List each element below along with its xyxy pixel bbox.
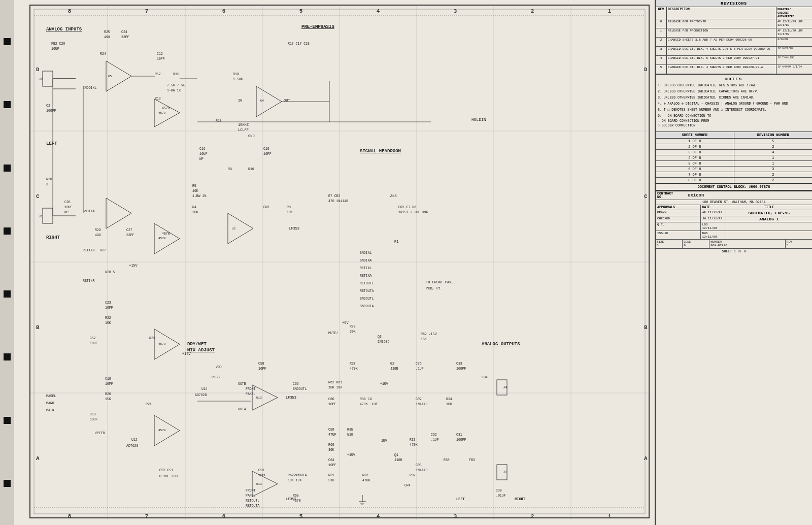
revision-row-0: 0 RELEASE FOR PROTOTYPE AF 12/11/89 LDR … bbox=[656, 19, 812, 28]
svg-text:10PF: 10PF bbox=[157, 57, 165, 61]
revision-row-3: 3 CHANGED DOC.CTL BLK. 4 SHEETS 2,6 & 5 … bbox=[656, 47, 812, 56]
svg-text:RETINR: RETINR bbox=[83, 249, 95, 252]
svg-text:RETINR: RETINR bbox=[83, 279, 95, 283]
svg-text:FB3: FB3 bbox=[469, 458, 475, 462]
svg-text:D: D bbox=[644, 67, 648, 73]
svg-text:CR5: CR5 bbox=[416, 464, 422, 467]
sheet-row-7: 7 OF 8 2 bbox=[656, 172, 812, 178]
margin-square-7 bbox=[4, 417, 11, 424]
svg-text:10UF: 10UF bbox=[51, 47, 59, 51]
svg-text:33PF: 33PF bbox=[121, 36, 129, 39]
svg-text:IN: IN bbox=[238, 99, 242, 103]
svg-text:+15V: +15V bbox=[347, 453, 355, 457]
note-4: 4. ⊕ ANALOG ⊗ DIGITAL → CHASSIS | ANALOG… bbox=[658, 102, 810, 106]
svg-text:499: 499 bbox=[104, 36, 110, 39]
revision-header: REVISIONS bbox=[656, 0, 812, 7]
svg-text:470K   .1UF: 470K .1UF bbox=[360, 403, 378, 406]
svg-text:GND: GND bbox=[248, 134, 255, 138]
svg-text:RETINA: RETINA bbox=[360, 274, 372, 278]
svg-text:C52   C51: C52 C51 bbox=[159, 469, 173, 472]
doc-control-header: DOCUMENT CONTROL BLOCK: #060-07876 bbox=[656, 184, 812, 190]
svg-text:8: 8 bbox=[68, 513, 72, 519]
svg-text:10K  10K: 10K 10K bbox=[328, 386, 342, 389]
svg-text:100PF: 100PF bbox=[46, 109, 56, 113]
svg-text:Q3: Q3 bbox=[378, 335, 382, 339]
svg-text:OUTB: OUTB bbox=[238, 382, 246, 386]
svg-text:FB2  C29: FB2 C29 bbox=[51, 42, 65, 46]
approvals-header-row: APPROVALS DATE TITLE bbox=[656, 205, 812, 210]
svg-text:DRY/WET: DRY/WET bbox=[187, 342, 207, 347]
svg-text:R36    C9: R36 C9 bbox=[360, 398, 372, 401]
svg-text:10PF: 10PF bbox=[328, 403, 336, 406]
svg-text:SNDINL: SNDINL bbox=[360, 251, 372, 255]
svg-text:SNDINA: SNDINA bbox=[83, 210, 95, 213]
svg-text:10UF: 10UF bbox=[64, 206, 73, 209]
sheet-row-2: 2 OF 8 2 bbox=[656, 144, 812, 150]
svg-text:A: A bbox=[644, 455, 648, 462]
svg-text:100: 100 bbox=[446, 403, 452, 406]
svg-text:R20: R20 bbox=[105, 392, 111, 396]
svg-text:6: 6 bbox=[222, 8, 226, 14]
svg-text:RIGHT: RIGHT bbox=[46, 235, 60, 240]
svg-text:4570: 4570 bbox=[158, 429, 166, 432]
svg-text:C53: C53 bbox=[258, 469, 264, 472]
svg-text:J2: J2 bbox=[39, 77, 43, 81]
schematic-area: 8 7 6 5 4 3 2 1 8 7 6 5 4 3 2 1 D bbox=[14, 0, 655, 525]
svg-text:U4: U4 bbox=[260, 99, 264, 103]
svg-text:U12: U12 bbox=[131, 438, 138, 442]
svg-text:ANALOG INPUTS: ANALOG INPUTS bbox=[46, 27, 82, 32]
margin-square-2 bbox=[4, 101, 11, 108]
svg-text:C24: C24 bbox=[121, 30, 127, 34]
svg-text:-15V: -15V bbox=[379, 439, 387, 443]
margin-square-8 bbox=[4, 480, 11, 487]
note-2: 2. UNLESS OTHERWISE INDICATED, CAPACITOR… bbox=[658, 89, 810, 94]
schematic-svg: 8 7 6 5 4 3 2 1 8 7 6 5 4 3 2 1 D bbox=[14, 0, 655, 525]
svg-text:7: 7 bbox=[145, 513, 149, 519]
svg-text:3: 3 bbox=[454, 8, 457, 14]
sheet-row-1: 1 OF 8 5 bbox=[656, 139, 812, 144]
svg-text:PRE-EMPHASIS: PRE-EMPHASIS bbox=[301, 24, 334, 29]
svg-text:R24: R24 bbox=[100, 52, 106, 56]
svg-text:15KHZ: 15KHZ bbox=[238, 123, 249, 127]
svg-text:C2: C2 bbox=[46, 104, 50, 108]
svg-text:LF3S3: LF3S3 bbox=[289, 226, 299, 231]
svg-text:C27: C27 bbox=[126, 228, 132, 232]
svg-text:MASEL: MASEL bbox=[46, 395, 56, 398]
sheet-row-3: 3 OF 8 4 bbox=[656, 150, 812, 155]
svg-text:C33: C33 bbox=[456, 362, 462, 366]
svg-text:J10B: J10B bbox=[390, 367, 398, 371]
svg-text:SIGNAL HEADROOM: SIGNAL HEADROOM bbox=[360, 149, 401, 154]
contract-row: CONTRACTNO. exicon bbox=[656, 191, 812, 200]
svg-text:15K: 15K bbox=[105, 321, 111, 325]
svg-text:R19: R19 bbox=[233, 73, 239, 76]
note-6: 6. → ON BOARD CONNECTION-TO ← ON BOARD C… bbox=[658, 114, 810, 127]
svg-text:1-BW 1%: 1-BW 1% bbox=[192, 194, 206, 198]
svg-text:R5: R5 bbox=[192, 184, 196, 188]
svg-text:SNDOUTL: SNDOUTL bbox=[293, 387, 307, 391]
svg-text:10K: 10K bbox=[287, 211, 293, 214]
svg-text:MAIN: MAIN bbox=[46, 409, 54, 412]
notes-section: NOTES 1. UNLESS OTHERWISE INDICATED, RES… bbox=[656, 75, 812, 132]
svg-text:5: 5 bbox=[299, 8, 303, 14]
svg-text:C58: C58 bbox=[258, 362, 264, 366]
svg-text:R29: R29 bbox=[95, 228, 101, 232]
svg-text:+15V: +15V bbox=[129, 264, 138, 268]
svg-text:C59: C59 bbox=[328, 428, 334, 432]
svg-text:100PF: 100PF bbox=[456, 367, 466, 371]
svg-text:10PF: 10PF bbox=[258, 474, 266, 477]
svg-text:AD7628: AD7628 bbox=[126, 444, 139, 448]
svg-text:C64: C64 bbox=[328, 458, 334, 462]
svg-text:ANALOG OUTPUTS: ANALOG OUTPUTS bbox=[482, 342, 520, 347]
svg-text:TO FRONT PANEL: TO FRONT PANEL bbox=[426, 280, 456, 284]
svg-text:R27: R27 bbox=[100, 249, 106, 252]
svg-text:R69: R69 bbox=[421, 333, 427, 336]
sheet-row-6: 6 OF 8 3 bbox=[656, 167, 812, 172]
svg-text:10UF: 10UF bbox=[90, 418, 98, 421]
sheet-label: SHEET 1 OF 8 bbox=[656, 248, 812, 254]
svg-text:MIX ADJUST: MIX ADJUST bbox=[187, 348, 215, 353]
svg-text:100PF: 100PF bbox=[456, 438, 466, 442]
page-container: 8 7 6 5 4 3 2 1 8 7 6 5 4 3 2 1 D bbox=[0, 0, 812, 525]
svg-text:C31: C31 bbox=[456, 433, 462, 437]
svg-text:C32: C32 bbox=[431, 433, 437, 437]
svg-text:R60: R60 bbox=[328, 443, 334, 447]
